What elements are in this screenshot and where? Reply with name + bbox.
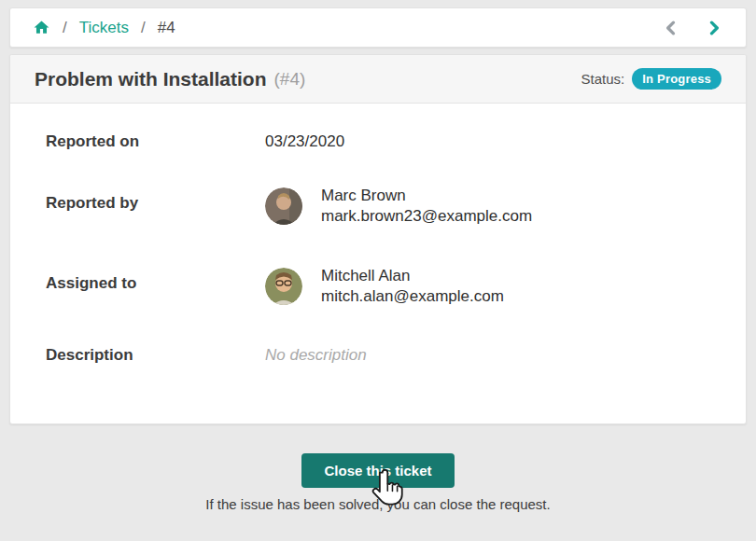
avatar-reporter [265, 187, 302, 225]
reported-on-label: Reported on [46, 132, 265, 151]
chevron-left-icon[interactable] [662, 19, 680, 37]
breadcrumb-item-current: #4 [158, 19, 175, 37]
ticket-card-header: Problem with Installation (#4) Status: I… [10, 55, 746, 104]
page-title: Problem with Installation [35, 68, 267, 90]
ticket-details: Reported on 03/23/2020 Reported by [10, 104, 746, 393]
ticket-number: (#4) [274, 69, 306, 90]
breadcrumb-separator: / [63, 19, 67, 37]
ticket-pagination [662, 19, 729, 37]
assignee-name: Mitchell Alan [321, 266, 504, 286]
description-label: Description [46, 346, 265, 365]
reported-by-label: Reported by [46, 186, 265, 227]
detail-row-reported-on: Reported on 03/23/2020 [46, 132, 721, 151]
description-value: No description [265, 346, 367, 365]
ticket-card: Problem with Installation (#4) Status: I… [9, 54, 747, 424]
breadcrumb: / Tickets / #4 [33, 19, 175, 37]
assignee-email: mitch.alan@example.com [321, 286, 504, 307]
assigned-to-label: Assigned to [46, 266, 265, 307]
home-icon[interactable] [33, 19, 50, 36]
detail-row-assigned-to: Assigned to [46, 266, 721, 307]
reported-on-value: 03/23/2020 [265, 132, 344, 151]
detail-row-reported-by: Reported by [46, 186, 721, 227]
reporter-email: mark.brown23@example.com [321, 206, 532, 227]
close-ticket-hint: If the issue has been solved, you can cl… [0, 496, 756, 512]
footer-actions: Close this ticket If the issue has been … [0, 453, 756, 512]
status-label: Status: [581, 71, 625, 87]
reporter-name: Marc Brown [321, 186, 532, 206]
status-badge: In Progress [632, 68, 721, 90]
breadcrumb-item-tickets[interactable]: Tickets [79, 19, 129, 37]
breadcrumb-bar: / Tickets / #4 [9, 7, 747, 48]
close-ticket-button[interactable]: Close this ticket [301, 453, 454, 488]
chevron-right-icon[interactable] [705, 19, 723, 37]
breadcrumb-separator: / [141, 19, 146, 37]
detail-row-description: Description No description [46, 346, 721, 365]
avatar-assignee [265, 268, 302, 305]
